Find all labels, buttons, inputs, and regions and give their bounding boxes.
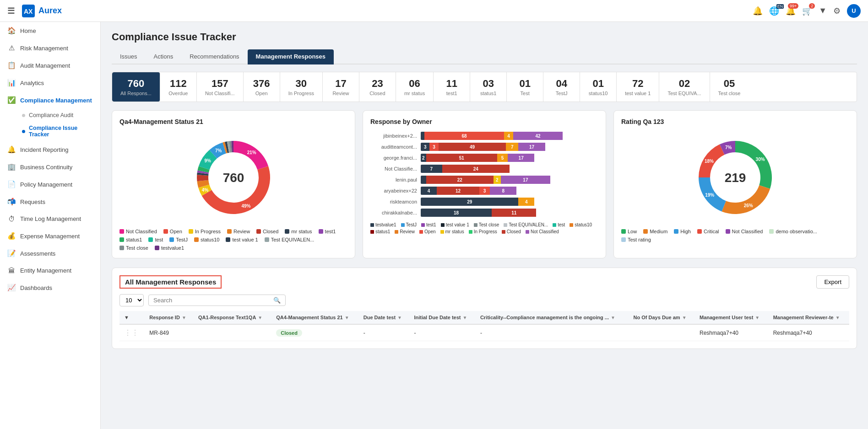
sidebar-item-dashboards[interactable]: 📈 Dashboards xyxy=(0,279,100,296)
legend-item: Test EQUIVALEN... xyxy=(265,237,315,242)
status-item[interactable]: 23Closed xyxy=(359,72,396,102)
sidebar-item-compliance-audit[interactable]: Compliance Audit xyxy=(18,109,100,122)
risk-icon: ⚠ xyxy=(7,44,16,52)
sidebar-item-assessments[interactable]: 📝 Assessments xyxy=(0,245,100,262)
legend-dot xyxy=(697,229,702,234)
avatar[interactable]: U xyxy=(847,4,861,18)
legend-dot xyxy=(319,229,323,234)
status-num: 30 xyxy=(296,78,307,90)
th-mgmt_reviewer[interactable]: Management Reviewer-te▼ xyxy=(769,311,849,324)
th-qa4_status[interactable]: QA4-Management Status 21▼ xyxy=(271,311,359,324)
bell-icon[interactable]: 🔔 xyxy=(753,6,763,16)
col-label: Management Reviewer-te xyxy=(773,315,834,320)
drag-icon[interactable]: ⋮⋮ xyxy=(124,329,139,337)
sidebar-item-home[interactable]: 🏠 Home xyxy=(0,22,100,39)
col-filter-icon[interactable]: ▼ xyxy=(611,315,615,320)
status-item[interactable]: 01Test xyxy=(507,72,543,102)
legend-dot xyxy=(119,229,124,234)
th-initial_due[interactable]: Initial Due Date test▼ xyxy=(409,311,475,324)
drag-handle[interactable]: ⋮⋮ xyxy=(119,324,145,341)
sidebar-item-policy[interactable]: 📄 Policy Management xyxy=(0,176,100,193)
assessments-icon: 📝 xyxy=(7,249,16,257)
status-item[interactable]: 17Review xyxy=(323,72,359,102)
legend-item: test value 1 xyxy=(226,237,258,242)
bar-segment: 5 xyxy=(497,154,508,162)
col-filter-icon[interactable]: ▼ xyxy=(397,315,402,320)
status-item[interactable]: 06mr status xyxy=(396,72,434,102)
status-item[interactable]: 112Overdue xyxy=(160,72,197,102)
status-item[interactable]: 02Test EQUIVA... xyxy=(659,72,710,102)
status-item[interactable]: 72test value 1 xyxy=(617,72,659,102)
bar-legend-item: mr status xyxy=(440,229,464,234)
status-item[interactable]: 01status10 xyxy=(580,72,617,102)
notification-icon[interactable]: 🔔99+ xyxy=(786,6,796,16)
status-item[interactable]: 157Not Classifi... xyxy=(197,72,244,102)
filter-icon[interactable]: ▼ xyxy=(124,315,129,320)
status-item[interactable]: 05Test close xyxy=(710,72,749,102)
tab-issues[interactable]: Issues xyxy=(112,49,146,64)
status-item[interactable]: 30In Progress xyxy=(280,72,323,102)
sidebar-item-compliance[interactable]: ✅ Compliance Management xyxy=(0,91,100,109)
sidebar-item-business[interactable]: 🏢 Business Continuity xyxy=(0,158,100,176)
bar-segment: 4 xyxy=(504,132,513,140)
legend-item: test xyxy=(148,237,163,242)
legend-dot xyxy=(256,229,261,234)
page-title: Compliance Issue Tracker xyxy=(112,31,857,43)
globe-icon[interactable]: 🌐EN xyxy=(769,6,779,16)
col-filter-icon[interactable]: ▼ xyxy=(755,315,760,320)
policy-icon: 📄 xyxy=(7,180,16,188)
bar-legend-label: status10 xyxy=(575,222,592,227)
status-item[interactable]: 03status1 xyxy=(470,72,507,102)
settings-icon[interactable]: ⚙ xyxy=(833,6,841,16)
th-qa1_text[interactable]: QA1-Response Text1QA▼ xyxy=(194,311,271,324)
sidebar-item-entity[interactable]: 🏛 Entity Management xyxy=(0,262,100,279)
search-input[interactable] xyxy=(153,297,271,304)
tab-recommendations[interactable]: Recommendations xyxy=(181,49,247,64)
tab-management-responses[interactable]: Management Responses xyxy=(248,49,334,64)
col-filter-icon[interactable]: ▼ xyxy=(258,315,262,320)
sidebar-item-timelog[interactable]: ⏱ Time Log Management xyxy=(0,210,100,227)
status-label: Review xyxy=(332,91,349,96)
cart-icon[interactable]: 🛒2 xyxy=(802,6,812,16)
dashboards-icon: 📈 xyxy=(7,284,16,292)
table-header: All Management Responses Export xyxy=(119,275,849,289)
col-filter-icon[interactable]: ▼ xyxy=(463,315,467,320)
sidebar-item-incident[interactable]: 🔔 Incident Reporting xyxy=(0,141,100,158)
filter-icon[interactable]: ▼ xyxy=(819,6,827,16)
sidebar-item-requests[interactable]: 📬 Requests xyxy=(0,193,100,210)
col-filter-icon[interactable]: ▼ xyxy=(682,315,687,320)
col-filter-icon[interactable]: ▼ xyxy=(182,315,186,320)
app-logo[interactable]: ☰ AX Aurex xyxy=(7,5,62,17)
th-criticality[interactable]: Criticality--Compliance management is th… xyxy=(476,311,629,324)
col-filter-icon[interactable]: ▼ xyxy=(345,315,349,320)
legend-item: Not Classified xyxy=(726,229,763,234)
th-response_id[interactable]: Response ID▼ xyxy=(145,311,194,324)
sidebar-item-analytics[interactable]: 📊 Analytics xyxy=(0,74,100,91)
status-item[interactable]: 760All Respons... xyxy=(112,72,160,102)
sidebar-item-risk[interactable]: ⚠ Risk Management xyxy=(0,39,100,57)
tab-actions[interactable]: Actions xyxy=(146,49,182,64)
status-item[interactable]: 04TestJ xyxy=(543,72,580,102)
col-filter-icon[interactable]: ▼ xyxy=(835,315,840,320)
rows-per-page-select[interactable]: 10 25 50 xyxy=(119,294,144,306)
status-item[interactable]: 11test1 xyxy=(434,72,470,102)
th-due_date[interactable]: Due Date test▼ xyxy=(359,311,410,324)
th-days_due[interactable]: No Of Days Due am▼ xyxy=(629,311,695,324)
export-button[interactable]: Export xyxy=(816,275,849,289)
sidebar-item-audit[interactable]: 📋 Audit Management xyxy=(0,57,100,74)
svg-text:7%: 7% xyxy=(725,145,732,150)
th-mgmt_user[interactable]: Management User test▼ xyxy=(695,311,769,324)
bar-row: aryabeinex+2241238 xyxy=(370,187,598,195)
hamburger-icon[interactable]: ☰ xyxy=(7,6,15,16)
status-num: 72 xyxy=(632,78,643,90)
legend-dot xyxy=(163,229,168,234)
entity-icon: 🏛 xyxy=(7,267,16,274)
svg-text:19%: 19% xyxy=(705,193,714,198)
legend-dot xyxy=(227,229,232,234)
sidebar-item-compliance-issue[interactable]: Compliance Issue Tracker xyxy=(18,122,100,141)
status-item[interactable]: 376Open xyxy=(244,72,280,102)
bar-row-label: chirakkalnabe... xyxy=(370,210,421,215)
sidebar-item-expense[interactable]: 💰 Expense Management xyxy=(0,227,100,245)
donut2-legend: LowMediumHighCriticalNot Classifieddemo … xyxy=(621,229,849,242)
chart-donut1: Qa4-Management Status 21 21%49%4%9%7%760… xyxy=(112,110,355,258)
